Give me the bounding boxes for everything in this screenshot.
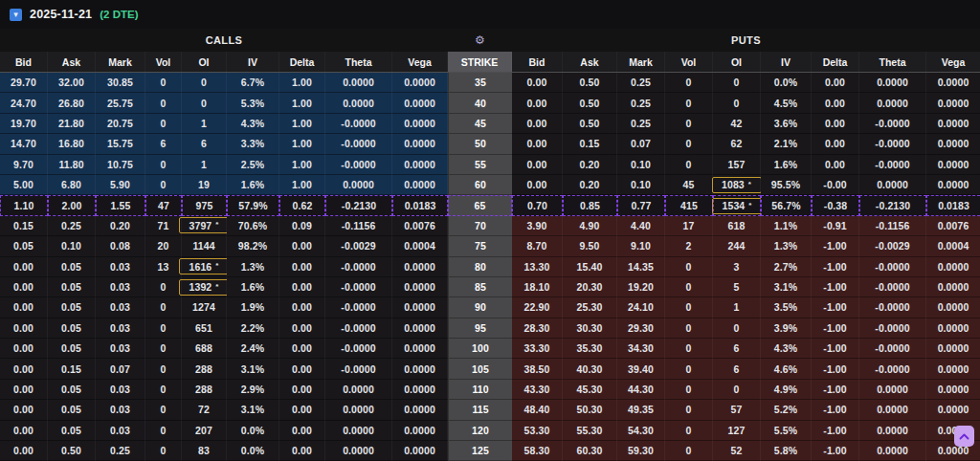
calls-oi-cell[interactable]: 1616*: [182, 257, 227, 277]
puts-vol-cell[interactable]: 0: [665, 297, 713, 318]
calls-delta-cell[interactable]: 0.00: [279, 380, 325, 400]
calls-mark-cell[interactable]: 0.03: [96, 400, 145, 420]
calls-mark-cell[interactable]: 0.03: [96, 339, 145, 359]
calls-iv-cell[interactable]: 5.3%: [227, 93, 279, 113]
calls-theta-cell[interactable]: -0.0000: [325, 155, 392, 175]
puts-bid-cell[interactable]: 43.30: [512, 380, 563, 400]
puts-iv-cell[interactable]: 1.1%: [761, 216, 812, 236]
calls-ask-cell[interactable]: 21.80: [48, 114, 96, 134]
puts-ask-cell[interactable]: 40.30: [563, 359, 617, 379]
calls-oi-cell[interactable]: 0: [182, 73, 227, 93]
puts-theta-cell[interactable]: -0.0000: [859, 134, 926, 154]
puts-vega-cell[interactable]: 0.0000: [926, 297, 980, 318]
puts-vol-cell[interactable]: 0: [665, 155, 713, 175]
calls-theta-cell[interactable]: 0.0000: [325, 93, 392, 113]
calls-mark-cell[interactable]: 0.03: [96, 380, 145, 400]
puts-mark-cell[interactable]: 19.20: [617, 277, 665, 297]
puts-oi-cell[interactable]: 0: [713, 93, 761, 113]
puts-ask-cell[interactable]: 0.85: [563, 195, 617, 215]
puts-mark-cell[interactable]: 0.25: [617, 93, 665, 113]
puts-ask-cell[interactable]: 30.30: [563, 318, 617, 339]
puts-delta-cell[interactable]: -0.00: [812, 175, 859, 195]
puts-theta-cell[interactable]: 0.0000: [859, 380, 926, 400]
puts-delta-cell[interactable]: -1.00: [812, 257, 859, 277]
puts-theta-cell[interactable]: 0.0000: [859, 73, 926, 93]
puts-mark-cell[interactable]: 14.35: [617, 257, 665, 277]
calls-theta-cell[interactable]: 0.0000: [325, 175, 392, 195]
puts-vega-cell[interactable]: 0.0000: [926, 155, 980, 175]
puts-vega-cell[interactable]: 0.0000: [926, 93, 980, 113]
calls-delta-cell[interactable]: 1.00: [279, 93, 325, 113]
puts-iv-cell[interactable]: 3.9%: [761, 318, 812, 339]
calls-delta-cell[interactable]: 1.00: [279, 175, 325, 195]
calls-oi-cell[interactable]: 0: [182, 93, 227, 113]
puts-vega-cell[interactable]: 0.0000: [926, 134, 980, 154]
calls-oi-cell[interactable]: 1274: [182, 297, 227, 318]
calls-vega-cell[interactable]: 0.0000: [392, 318, 448, 339]
calls-bid-cell[interactable]: 5.00: [0, 175, 48, 195]
calls-delta-cell[interactable]: 0.00: [279, 277, 325, 297]
calls-vol-cell[interactable]: 0: [145, 359, 182, 379]
puts-vol-cell[interactable]: 0: [665, 73, 713, 93]
puts-bid-cell[interactable]: 0.00: [512, 134, 563, 154]
puts-iv-cell[interactable]: 1.6%: [761, 155, 812, 175]
calls-iv-cell[interactable]: 0.0%: [227, 421, 279, 441]
puts-vega-cell[interactable]: 0.0000: [926, 400, 980, 420]
puts-ask-cell[interactable]: 35.30: [563, 339, 617, 359]
puts-ask-cell[interactable]: 0.50: [563, 73, 617, 93]
puts-vol-cell[interactable]: 0: [665, 114, 713, 134]
puts-delta-cell[interactable]: -1.00: [812, 380, 859, 400]
calls-delta-cell[interactable]: 0.00: [279, 318, 325, 339]
calls-iv-cell[interactable]: 57.9%: [227, 195, 279, 215]
puts-vol-cell[interactable]: 0: [665, 134, 713, 154]
calls-vol-cell[interactable]: 0: [145, 93, 182, 113]
calls-bid-cell[interactable]: 24.70: [0, 93, 48, 113]
calls-delta-cell[interactable]: 1.00: [279, 73, 325, 93]
calls-theta-cell[interactable]: -0.0000: [325, 297, 392, 318]
puts-delta-cell[interactable]: -1.00: [812, 236, 859, 256]
calls-vega-cell[interactable]: 0.0000: [392, 297, 448, 318]
calls-ask-cell[interactable]: 0.05: [48, 257, 96, 277]
calls-ask-cell[interactable]: 6.80: [48, 175, 96, 195]
puts-bid-cell[interactable]: 28.30: [512, 318, 563, 339]
puts-delta-cell[interactable]: 0.00: [812, 155, 859, 175]
calls-mark-cell[interactable]: 0.03: [96, 421, 145, 441]
puts-ask-cell[interactable]: 0.50: [563, 114, 617, 134]
calls-iv-cell[interactable]: 2.9%: [227, 380, 279, 400]
calls-delta-cell[interactable]: 0.00: [279, 339, 325, 359]
puts-iv-cell[interactable]: 4.3%: [761, 339, 812, 359]
calls-oi-cell[interactable]: 72: [182, 400, 227, 420]
calls-oi-cell[interactable]: 1144: [182, 236, 227, 256]
calls-ask-cell[interactable]: 0.05: [48, 380, 96, 400]
puts-theta-cell[interactable]: 0.0000: [859, 421, 926, 441]
puts-bid-cell[interactable]: 0.00: [512, 155, 563, 175]
calls-iv-cell[interactable]: 1.3%: [227, 257, 279, 277]
calls-delta-cell[interactable]: 0.00: [279, 441, 325, 461]
calls-oi-cell[interactable]: 288: [182, 359, 227, 379]
calls-theta-cell[interactable]: -0.0000: [325, 257, 392, 277]
puts-vol-cell[interactable]: 0: [665, 421, 713, 441]
calls-theta-cell[interactable]: -0.0000: [325, 277, 392, 297]
puts-vega-cell[interactable]: 0.0000: [926, 359, 980, 379]
puts-theta-cell[interactable]: 0.0000: [859, 93, 926, 113]
calls-vol-cell[interactable]: 47: [145, 195, 182, 215]
calls-vega-cell[interactable]: 0.0000: [392, 134, 448, 154]
puts-vol-cell[interactable]: 0: [665, 277, 713, 297]
puts-bid-cell[interactable]: 18.10: [512, 277, 563, 297]
calls-mark-cell[interactable]: 0.03: [96, 297, 145, 318]
calls-oi-cell[interactable]: 975: [182, 195, 227, 215]
puts-oi-cell[interactable]: 157: [713, 155, 761, 175]
puts-oi-cell[interactable]: 244: [713, 236, 761, 256]
puts-ask-cell[interactable]: 45.30: [563, 380, 617, 400]
puts-vol-cell[interactable]: 0: [665, 380, 713, 400]
puts-delta-cell[interactable]: 0.00: [812, 73, 859, 93]
calls-vega-cell[interactable]: 0.0183: [392, 195, 448, 215]
puts-ask-cell[interactable]: 50.30: [563, 400, 617, 420]
calls-bid-cell[interactable]: 0.00: [0, 421, 48, 441]
puts-vol-cell[interactable]: 0: [665, 359, 713, 379]
calls-ask-cell[interactable]: 0.05: [48, 277, 96, 297]
puts-vol-cell[interactable]: 0: [665, 257, 713, 277]
calls-oi-cell[interactable]: 688: [182, 339, 227, 359]
calls-vega-cell[interactable]: 0.0000: [392, 421, 448, 441]
puts-mark-cell[interactable]: 24.10: [617, 297, 665, 318]
